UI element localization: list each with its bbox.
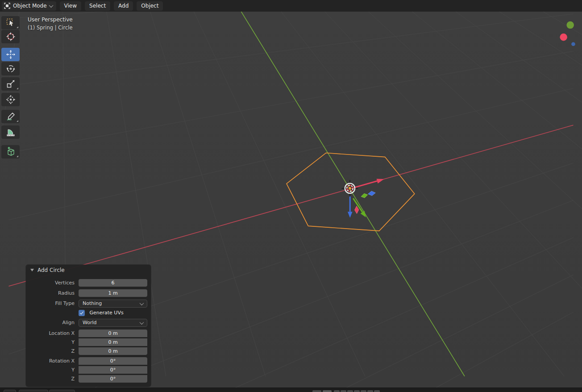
viewport-overlay-text: User Perspective (1) Spring | Circle: [28, 16, 73, 32]
add-cube-tool-button[interactable]: [1, 145, 20, 158]
gizmo-x-arrowhead[interactable]: [377, 179, 384, 183]
location-x-field[interactable]: 0 m: [79, 329, 147, 337]
navigation-gizmo[interactable]: [560, 21, 575, 46]
playback-button[interactable]: [334, 390, 340, 392]
playback-button[interactable]: [341, 390, 346, 392]
rotate-tool-button[interactable]: [1, 62, 20, 75]
location-z-row: Z 0 m: [26, 347, 147, 355]
vertices-label: Vertices: [26, 279, 79, 287]
3d-cursor: [341, 180, 358, 196]
playback-button[interactable]: [354, 390, 360, 392]
playback-button[interactable]: [374, 390, 380, 392]
radius-field[interactable]: 1 m: [79, 289, 147, 297]
timeline-view-button[interactable]: [49, 390, 75, 392]
playback-button[interactable]: [361, 390, 366, 392]
fill-type-value: Nothing: [83, 300, 102, 306]
location-z-label: Z: [26, 347, 79, 355]
rotation-y-label: Y: [26, 366, 79, 374]
select-box-icon: [6, 18, 16, 28]
playback-button[interactable]: [312, 390, 321, 392]
align-value: World: [83, 320, 97, 325]
location-y-row: Y 0 m: [26, 338, 147, 346]
location-y-field[interactable]: 0 m: [79, 338, 147, 346]
collapse-arrow-icon: [30, 269, 34, 271]
vertices-field[interactable]: 6: [79, 279, 147, 287]
playback-button[interactable]: [323, 390, 332, 392]
add-cube-icon: [6, 147, 16, 157]
menu-object[interactable]: Object: [137, 1, 163, 11]
scale-tool-icon: [6, 79, 16, 89]
panel-title: Add Circle: [37, 267, 65, 273]
nav-axis-z-ball[interactable]: [571, 42, 575, 46]
annotate-tool-icon: [6, 112, 16, 121]
measure-tool-icon: [6, 127, 16, 137]
panel-header[interactable]: Add Circle: [30, 267, 65, 273]
radius-label: Radius: [26, 289, 79, 297]
rotate-tool-icon: [6, 64, 16, 74]
chevron-down-icon: [49, 3, 53, 8]
rotation-z-row: Z 0°: [26, 375, 147, 383]
align-row: Align World: [26, 319, 147, 326]
active-object-label: (1) Spring | Circle: [28, 24, 73, 32]
transform-tool-button[interactable]: [1, 93, 20, 106]
gizmo-plane-handle-blue[interactable]: [368, 191, 375, 196]
fill-type-row: Fill Type Nothing: [26, 300, 147, 307]
vertices-row: Vertices 6: [26, 279, 147, 287]
rotation-x-field[interactable]: 0°: [79, 357, 147, 365]
rotation-y-field[interactable]: 0°: [79, 366, 147, 374]
playback-button[interactable]: [347, 390, 353, 392]
x-axis-line: [9, 125, 574, 286]
spacer: [26, 309, 79, 317]
gizmo-plane-handle-red[interactable]: [355, 206, 359, 214]
menu-view[interactable]: View: [60, 1, 81, 11]
viewport-header: Object Mode View Select Add Object: [0, 0, 582, 12]
scale-tool-button[interactable]: [1, 77, 20, 91]
timeline-editor-type-button[interactable]: [4, 390, 16, 392]
mode-dropdown-label: Object Mode: [13, 3, 47, 9]
gizmo-z-arrowhead[interactable]: [348, 212, 353, 218]
align-label: Align: [26, 319, 79, 326]
gizmo-x-arrow[interactable]: [354, 181, 377, 188]
generate-uvs-checkbox[interactable]: [79, 310, 85, 316]
align-dropdown[interactable]: World: [79, 319, 147, 327]
gizmo-y-arrowhead[interactable]: [361, 211, 366, 217]
chevron-down-icon: [140, 320, 144, 325]
fill-type-dropdown[interactable]: Nothing: [79, 300, 147, 308]
timeline-strip: [0, 388, 582, 392]
select-box-tool-button[interactable]: [1, 16, 20, 29]
chevron-down-icon: [140, 301, 144, 305]
view-perspective-label: User Perspective: [28, 16, 73, 24]
selected-circle-object[interactable]: [287, 153, 415, 231]
fill-type-label: Fill Type: [26, 300, 79, 307]
generate-uvs-row: Generate UVs: [26, 309, 147, 317]
move-tool-icon: [6, 50, 16, 59]
mode-dropdown[interactable]: Object Mode: [2, 1, 56, 11]
rotation-z-field[interactable]: 0°: [79, 375, 147, 383]
location-y-label: Y: [26, 338, 79, 346]
menu-select[interactable]: Select: [85, 1, 110, 11]
location-x-row: Location X 0 m: [26, 329, 147, 337]
timeline-menu-button[interactable]: [19, 390, 48, 392]
y-axis-line: [241, 12, 465, 376]
menu-add[interactable]: Add: [114, 1, 133, 11]
location-z-field[interactable]: 0 m: [79, 347, 147, 355]
playback-button[interactable]: [367, 390, 373, 392]
move-tool-button[interactable]: [1, 48, 20, 61]
transform-tool-icon: [6, 95, 16, 104]
location-x-label: Location X: [26, 329, 79, 337]
rotation-x-label: Rotation X: [26, 357, 79, 365]
rotation-z-label: Z: [26, 375, 79, 383]
gizmo-plane-handle-green[interactable]: [361, 193, 368, 198]
3d-viewport[interactable]: User Perspective (1) Spring | Circle: [0, 12, 582, 388]
add-circle-operator-panel: Add Circle Vertices 6 Radius 1 m Fill Ty…: [26, 265, 151, 387]
nav-axis-y-ball[interactable]: [566, 21, 574, 29]
nav-axis-x-ball[interactable]: [560, 33, 567, 41]
rotation-x-row: Rotation X 0°: [26, 357, 147, 365]
radius-row: Radius 1 m: [26, 289, 147, 297]
annotate-tool-button[interactable]: [1, 110, 20, 123]
measure-tool-button[interactable]: [1, 125, 20, 139]
object-origin-dot: [349, 187, 351, 189]
cursor-tool-icon: [6, 32, 16, 42]
object-mode-icon: [4, 3, 10, 9]
cursor-tool-button[interactable]: [1, 30, 20, 43]
